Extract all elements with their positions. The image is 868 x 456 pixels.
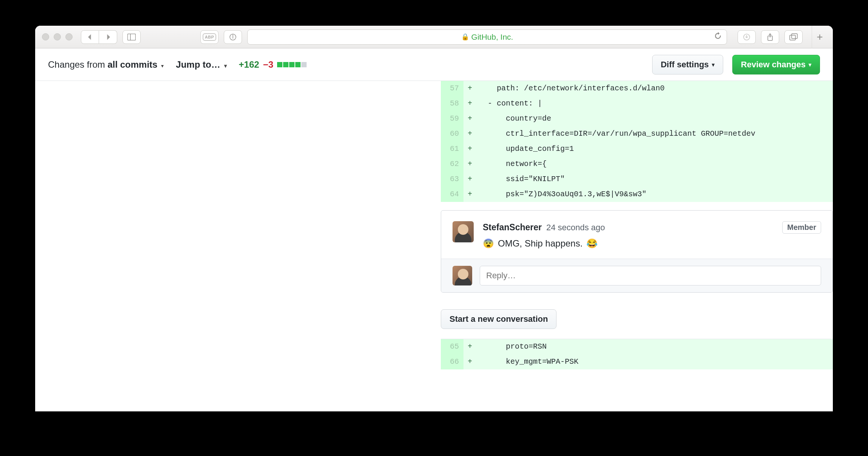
- code-text: country=de: [476, 111, 833, 126]
- review-changes-button[interactable]: Review changes▾: [732, 55, 820, 74]
- close-window-icon[interactable]: [42, 33, 49, 40]
- code-text: ssid="KNILPT": [476, 172, 833, 187]
- svg-rect-8: [792, 34, 797, 39]
- left-empty-panel: [48, 81, 441, 411]
- line-number: 59: [441, 111, 463, 126]
- back-button[interactable]: [81, 30, 99, 44]
- diff-line: 63+ ssid="KNILPT": [441, 172, 833, 187]
- comment-text: 😨 OMG, Ship happens. 😂: [483, 238, 821, 249]
- diff-line: 58+ - content: |: [441, 96, 833, 111]
- addition-marker: +: [463, 157, 476, 172]
- abp-extension-icon[interactable]: ABP: [200, 30, 219, 44]
- addition-marker: +: [463, 96, 476, 111]
- diff-line: 59+ country=de: [441, 111, 833, 126]
- reload-icon[interactable]: [714, 32, 722, 42]
- lock-icon: 🔒: [461, 33, 469, 41]
- line-number: 61: [441, 141, 463, 157]
- diff-line: 57+ path: /etc/network/interfaces.d/wlan…: [441, 81, 833, 96]
- line-number: 66: [441, 354, 463, 369]
- extension-button[interactable]: [224, 30, 242, 44]
- avatar[interactable]: [453, 266, 472, 285]
- code-text: ctrl_interface=DIR=/var/run/wpa_supplica…: [476, 126, 833, 141]
- line-number: 57: [441, 81, 463, 96]
- addition-marker: +: [463, 81, 476, 96]
- line-number: 63: [441, 172, 463, 187]
- line-number: 64: [441, 187, 463, 202]
- addition-marker: +: [463, 354, 476, 369]
- code-text: key_mgmt=WPA-PSK: [476, 354, 833, 369]
- avatar[interactable]: [453, 221, 474, 242]
- diff-settings-button[interactable]: Diff settings▾: [652, 55, 723, 74]
- toolbar-extras: [738, 30, 803, 44]
- svg-rect-0: [128, 34, 136, 40]
- diff-line: 66+ key_mgmt=WPA-PSK: [441, 354, 833, 369]
- minimize-window-icon[interactable]: [54, 33, 61, 40]
- addition-marker: +: [463, 187, 476, 202]
- chevron-down-icon: ▾: [809, 62, 811, 68]
- diff-line: 64+ psk="Z)D4%3oaUq01.3,wE$|V9&sw3": [441, 187, 833, 202]
- forward-button[interactable]: [99, 30, 117, 44]
- addition-marker: +: [463, 111, 476, 126]
- zoom-window-icon[interactable]: [65, 33, 73, 40]
- tabs-button[interactable]: [784, 30, 803, 44]
- safari-titlebar: ABP 🔒 GitHub, Inc. +: [35, 26, 833, 48]
- emoji-joy-icon: 😂: [586, 238, 598, 249]
- diff-content: 57+ path: /etc/network/interfaces.d/wlan…: [35, 81, 833, 411]
- github-diff-toolbar: Changes from all commits ▾ Jump to… ▾ +1…: [35, 48, 833, 81]
- chevron-down-icon: ▾: [223, 63, 227, 69]
- diffstat: +162 −3: [239, 59, 307, 70]
- right-diff-panel: 57+ path: /etc/network/interfaces.d/wlan…: [441, 81, 833, 411]
- chevron-down-icon: ▾: [160, 63, 164, 69]
- svg-point-4: [232, 34, 233, 35]
- comment-author[interactable]: StefanScherer: [483, 222, 542, 233]
- diff-lines-after: 65+ proto=RSN66+ key_mgmt=WPA-PSK: [441, 339, 833, 369]
- diffstat-squares: [277, 62, 307, 67]
- changes-from-dropdown[interactable]: Changes from all commits ▾: [48, 59, 164, 70]
- chevron-down-icon: ▾: [712, 62, 715, 68]
- diff-line: 60+ ctrl_interface=DIR=/var/run/wpa_supp…: [441, 126, 833, 141]
- addition-marker: +: [463, 339, 476, 354]
- diff-line: 65+ proto=RSN: [441, 339, 833, 354]
- addition-marker: +: [463, 172, 476, 187]
- downloads-button[interactable]: [738, 30, 756, 44]
- traffic-lights: [42, 33, 73, 40]
- code-text: proto=RSN: [476, 339, 833, 354]
- new-tab-button[interactable]: +: [812, 26, 828, 48]
- reply-input[interactable]: [480, 266, 821, 285]
- comment-time: 24 seconds ago: [546, 223, 605, 233]
- start-new-conversation-button[interactable]: Start a new conversation: [441, 309, 556, 329]
- diff-line: 62+ network={: [441, 157, 833, 172]
- changes-from-value: all commits: [107, 59, 157, 70]
- code-text: update_config=1: [476, 141, 833, 157]
- line-number: 58: [441, 96, 463, 111]
- code-text: network={: [476, 157, 833, 172]
- nav-buttons: [81, 30, 117, 44]
- browser-window: ABP 🔒 GitHub, Inc. + Cha: [35, 26, 833, 411]
- diff-lines: 57+ path: /etc/network/interfaces.d/wlan…: [441, 81, 833, 202]
- changes-from-prefix: Changes from: [48, 59, 107, 70]
- reply-row: [441, 259, 832, 292]
- sidebar-button[interactable]: [122, 30, 141, 44]
- site-label: GitHub, Inc.: [471, 33, 513, 42]
- diff-line: 61+ update_config=1: [441, 141, 833, 157]
- addition-marker: +: [463, 141, 476, 157]
- line-number: 65: [441, 339, 463, 354]
- code-text: - content: |: [476, 96, 833, 111]
- addition-marker: +: [463, 126, 476, 141]
- line-number: 62: [441, 157, 463, 172]
- member-badge: Member: [782, 221, 821, 234]
- jump-to-dropdown[interactable]: Jump to… ▾: [176, 59, 226, 70]
- additions-count: +162: [239, 59, 259, 70]
- svg-rect-7: [790, 35, 795, 40]
- address-bar[interactable]: 🔒 GitHub, Inc.: [247, 29, 727, 45]
- code-text: path: /etc/network/interfaces.d/wlan0: [476, 81, 833, 96]
- line-number: 60: [441, 126, 463, 141]
- new-conversation-wrap: Start a new conversation: [441, 309, 833, 329]
- emoji-fearful-icon: 😨: [483, 238, 494, 249]
- review-comment-card: StefanScherer 24 seconds ago Member 😨 OM…: [441, 210, 833, 293]
- share-button[interactable]: [761, 30, 779, 44]
- deletions-count: −3: [263, 59, 273, 70]
- code-text: psk="Z)D4%3oaUq01.3,wE$|V9&sw3": [476, 187, 833, 202]
